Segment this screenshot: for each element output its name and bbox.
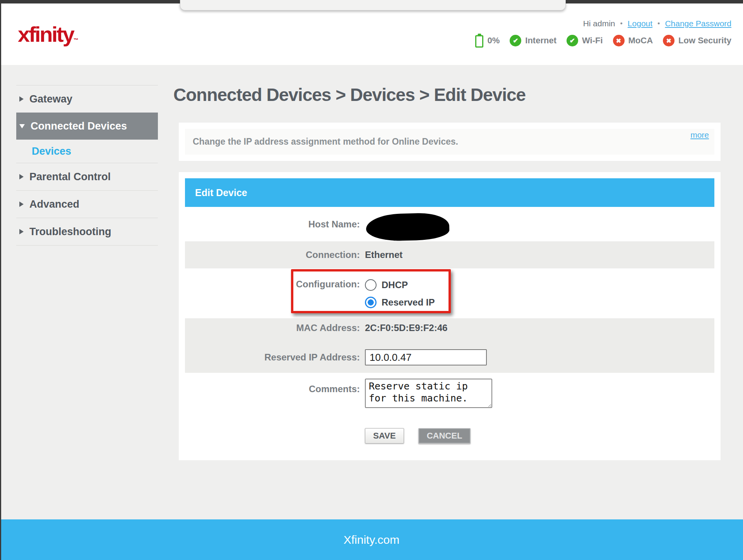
cancel-button[interactable]: CANCEL: [418, 428, 471, 444]
save-button[interactable]: SAVE: [365, 428, 404, 444]
connection-value: Ethernet: [365, 249, 402, 260]
sidebar-item-troubleshooting[interactable]: Troubleshooting: [16, 218, 158, 245]
sidebar-item-label: Advanced: [29, 198, 79, 210]
redacted-host-name: [366, 212, 450, 242]
host-name-row: Host Name:: [185, 207, 714, 241]
mac-address-row: MAC Address: 2C:F0:5D:E9:F2:46: [185, 319, 714, 337]
status-label: Wi-Fi: [582, 36, 603, 46]
window-left-border: [0, 0, 1, 560]
greeting-text: Hi admin: [583, 19, 615, 28]
configuration-row: Configuration: DHCP Reserved IP: [185, 268, 714, 318]
chevron-right-icon: [19, 229, 24, 234]
sidebar-item-connected-devices[interactable]: Connected Devices: [16, 113, 158, 140]
status-label: Internet: [525, 36, 556, 46]
sidebar-item-label: Gateway: [29, 93, 72, 105]
sidebar: Gateway Connected Devices Devices Parent…: [16, 85, 158, 246]
separator-dot: •: [620, 20, 623, 28]
check-icon: ✔: [567, 35, 578, 46]
connection-row: Connection: Ethernet: [185, 241, 714, 268]
sidebar-item-label: Connected Devices: [31, 120, 127, 132]
host-name-label: Host Name:: [185, 219, 360, 230]
radio-button-unchecked[interactable]: [365, 279, 377, 291]
check-icon: ✔: [510, 35, 521, 46]
sidebar-item-label: Troubleshooting: [29, 226, 111, 238]
comments-row: Comments: Reserve static ip for this mac…: [185, 379, 714, 408]
battery-percent: 0%: [487, 36, 500, 46]
status-label: MoCA: [628, 36, 653, 46]
status-label: Low Security: [678, 36, 731, 46]
reserved-ip-row: Reserved IP Address:: [185, 348, 714, 366]
info-banner: Change the IP address assignment method …: [185, 129, 714, 155]
chevron-down-icon: [19, 124, 25, 128]
wifi-status: ✔ Wi-Fi: [567, 35, 603, 46]
battery-icon: [475, 35, 483, 48]
radio-option-reserved-ip[interactable]: Reserved IP: [365, 294, 435, 311]
separator-dot: •: [657, 20, 660, 28]
chevron-right-icon: [19, 201, 24, 207]
chevron-right-icon: [19, 174, 24, 179]
more-link[interactable]: more: [690, 130, 709, 140]
sidebar-item-devices[interactable]: Devices: [16, 140, 158, 163]
info-banner-card: Change the IP address assignment method …: [179, 123, 721, 161]
info-banner-text: Change the IP address assignment method …: [193, 137, 458, 147]
change-password-link[interactable]: Change Password: [665, 19, 731, 28]
configuration-label: Configuration:: [185, 279, 360, 290]
reserved-ip-input[interactable]: [365, 349, 487, 365]
radio-button-checked[interactable]: [365, 297, 377, 308]
page: xfinity™ Hi admin • Logout • Change Pass…: [0, 0, 743, 560]
internet-status: ✔ Internet: [510, 35, 556, 46]
radio-option-dhcp[interactable]: DHCP: [365, 276, 435, 294]
form-buttons: SAVE CANCEL: [365, 428, 714, 444]
logo-text: xfinity: [18, 22, 74, 46]
logout-link[interactable]: Logout: [628, 19, 652, 28]
trademark-symbol: ™: [74, 37, 79, 43]
radio-label: DHCP: [382, 280, 408, 290]
connection-label: Connection:: [185, 249, 360, 260]
comments-textarea[interactable]: Reserve static ip for this machine.: [365, 379, 492, 408]
chevron-right-icon: [19, 96, 24, 102]
radio-label: Reserved IP: [382, 297, 435, 308]
sidebar-item-advanced[interactable]: Advanced: [16, 191, 158, 218]
battery-status: 0%: [475, 34, 500, 48]
mac-address-value: 2C:F0:5D:E9:F2:46: [365, 323, 447, 333]
reserved-ip-label: Reserved IP Address:: [185, 352, 360, 363]
sidebar-subitem-label: Devices: [32, 145, 71, 157]
status-row: 0% ✔ Internet ✔ Wi-Fi ✖ MoCA ✖ Low Secur…: [475, 34, 731, 48]
sidebar-divider: [16, 245, 158, 246]
account-row: Hi admin • Logout • Change Password: [583, 19, 731, 28]
edit-device-panel: Edit Device Host Name: Connection: Ether…: [179, 172, 721, 460]
header: xfinity™ Hi admin • Logout • Change Pass…: [0, 3, 743, 65]
header-right: Hi admin • Logout • Change Password 0% ✔…: [475, 19, 731, 48]
comments-section: Comments: Reserve static ip for this mac…: [185, 373, 714, 444]
browser-tab-remnant: [180, 0, 566, 10]
moca-status: ✖ MoCA: [613, 35, 653, 46]
sidebar-item-label: Parental Control: [29, 171, 111, 183]
comments-label: Comments:: [185, 384, 360, 394]
sidebar-item-gateway[interactable]: Gateway: [16, 85, 158, 113]
mac-reserved-section: MAC Address: 2C:F0:5D:E9:F2:46 Reserved …: [185, 318, 714, 373]
mac-address-label: MAC Address:: [185, 323, 360, 333]
sidebar-item-parental-control[interactable]: Parental Control: [16, 163, 158, 190]
xfinity-logo[interactable]: xfinity™: [18, 24, 79, 45]
x-icon: ✖: [613, 35, 625, 46]
configuration-radio-group: DHCP Reserved IP: [365, 268, 435, 311]
footer-link[interactable]: Xfinity.com: [344, 533, 399, 546]
x-icon: ✖: [663, 35, 675, 46]
footer: Xfinity.com: [0, 519, 743, 560]
security-status: ✖ Low Security: [663, 35, 731, 46]
breadcrumb-title: Connected Devices > Devices > Edit Devic…: [173, 84, 526, 105]
panel-title: Edit Device: [185, 178, 714, 207]
